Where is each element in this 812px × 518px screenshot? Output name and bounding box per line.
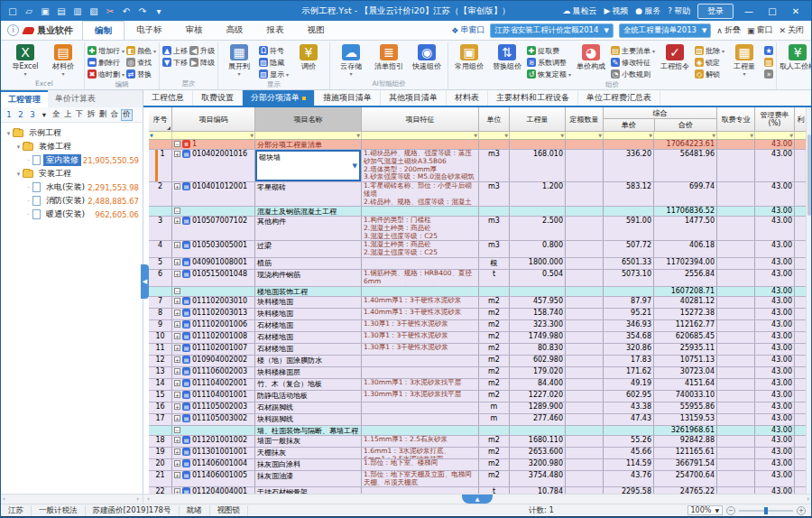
table-row[interactable]: 15+▤011104001001防静电活动地板1.30mm厚1：3水泥砂浆找平层… — [149, 391, 807, 402]
filter-cell-total[interactable]: ▼ — [654, 132, 717, 139]
show-button[interactable]: ▧显示▾ — [259, 69, 289, 79]
expand-icon[interactable]: + — [174, 460, 180, 467]
tree-node-室内装修[interactable]: ·室内装修21,905,550.59 — [1, 153, 143, 167]
table-row[interactable]: 11+▤011102001007石材楼地面1.30厚1：3干硬性水泥砂浆m280… — [149, 344, 807, 356]
table-row[interactable]: −墙、柱面装饰与隔断、幕墙工程3261968.6143.00 — [149, 426, 807, 436]
doc-tab-单位工程费汇总表[interactable]: 单位工程费汇总表 — [578, 90, 660, 106]
move-up-button[interactable]: ▲上移 — [162, 45, 188, 56]
menu-tab-高级[interactable]: 高级 — [215, 21, 255, 40]
replace-button[interactable]: ⇄替换 — [126, 69, 156, 79]
expand-icon[interactable]: + — [174, 333, 180, 339]
unlock-button[interactable]: ◇解锁 — [695, 69, 724, 79]
video-button[interactable]: ▶视频 — [604, 5, 628, 17]
doc-tab-其他项目清单[interactable]: 其他项目清单 — [381, 90, 447, 106]
table-row[interactable]: 12+▤010904002002楼（地）面涂膜防水m2602.98017.831… — [149, 356, 807, 367]
table-row[interactable]: 13+▤011106002003块料楼梯面层m2179.020171.62307… — [149, 367, 807, 379]
table-row[interactable]: 21+▤011406001005抹灰面油漆1.部位：地下室天棚及立面、电梯间天棚… — [149, 471, 807, 487]
tree-node-装修工程[interactable]: ▾装修工程 — [1, 140, 143, 153]
scroll-left-icon[interactable]: ‹ — [3, 495, 5, 503]
column-header-total[interactable]: 合价 — [654, 119, 716, 131]
expand-icon[interactable]: + — [174, 298, 180, 304]
export-image-icon[interactable]: ▤ — [55, 5, 68, 17]
add-row-button[interactable]: ✚增加行▾ — [88, 45, 125, 56]
tree-toolbar-下[interactable]: 下 — [74, 109, 85, 121]
export-excel-button[interactable]: X导Excel▾ — [7, 42, 43, 79]
menu-tab-视图[interactable]: 视图 — [296, 21, 337, 40]
zoom-in-button[interactable]: + — [797, 506, 806, 515]
quick-pricing-button[interactable]: ◉快速组价 — [409, 42, 445, 79]
minimize-button[interactable]: — — [741, 6, 757, 16]
expand-icon[interactable]: + — [174, 183, 180, 190]
filter-row[interactable]: ▼▼▼▼▼▼▼▼▼▼▼ — [149, 132, 807, 140]
tree-node-安装工程[interactable]: ▾安装工程 — [1, 167, 143, 180]
service-button[interactable]: ●服务 — [635, 5, 660, 17]
adjust-price-button[interactable]: ¥调价 — [291, 42, 327, 79]
list-standard-select[interactable]: 全统工程量清单2013▼ — [619, 23, 712, 38]
filter-cell-dqty[interactable]: ▼ — [566, 132, 604, 139]
extra-tool-3-icon[interactable]: » — [764, 69, 773, 79]
filter-cell-qty[interactable]: ▼ — [510, 132, 566, 139]
hide-button[interactable]: ▨隐藏 — [259, 57, 289, 68]
item-name-editor[interactable]: 砌块墙▼ — [255, 150, 361, 181]
quota-standard-select[interactable]: 江苏省安装工程计价定额2014▼ — [490, 23, 614, 38]
zoom-select[interactable]: 100%▼ — [687, 505, 724, 515]
filter-cell-price[interactable]: ▼ — [604, 132, 654, 139]
doc-tab-措施项目清单[interactable]: 措施项目清单 — [315, 90, 381, 106]
expand-icon[interactable]: + — [174, 403, 180, 410]
project-command-button[interactable]: ✓工程指令 — [657, 42, 693, 79]
menu-tab-审核[interactable]: 审核 — [174, 21, 215, 40]
tree-toolbar-▾[interactable]: ▾ — [39, 109, 50, 121]
table-row[interactable]: 14+▤011104002001竹、木（复合）地板1.30mm厚1：3水泥砂浆找… — [149, 379, 807, 391]
bottom-panel-expand-handle[interactable]: ▲ — [462, 495, 493, 504]
column-header-rate[interactable]: 管理费率(%) — [755, 107, 795, 132]
restore-quota-button[interactable]: ↺恢复定额▾ — [527, 69, 571, 79]
expand-icon[interactable]: + — [174, 217, 180, 224]
scroll-right-icon[interactable]: › — [807, 495, 809, 503]
column-header-qty[interactable]: 工程量 — [510, 107, 566, 132]
expand-icon[interactable]: + — [174, 310, 180, 316]
expand-icon[interactable]: + — [174, 242, 180, 248]
table-row[interactable]: 19+▤011301001001天棚抹灰1.6mm1：3水泥砂浆打底、6mm1：… — [149, 448, 807, 459]
move-down-button[interactable]: ▼下移 — [162, 57, 188, 68]
material-price-button[interactable]: ▤材料价▾ — [45, 42, 81, 79]
expand-icon[interactable]: + — [174, 449, 180, 455]
table-row[interactable]: 4+▤010503005001过梁1.混凝土种类：商品砼 2.混凝土强度等级：C… — [149, 241, 807, 258]
temp-delete-button[interactable]: ✖临时删▾ — [88, 69, 125, 79]
tree-node-消防(安装)[interactable]: ·消防(安装)2,488,885.67 — [1, 194, 143, 208]
table-row[interactable]: 17+▤011105003002块料踢脚线m277.46047.4313159.… — [149, 414, 807, 426]
table-row[interactable]: 5+▤040901008001植筋根1800.0006501.331170239… — [149, 258, 807, 270]
vertical-scrollbar-thumb[interactable] — [807, 134, 811, 216]
vertical-scrollbar[interactable] — [806, 107, 811, 494]
expand-icon[interactable]: + — [174, 259, 180, 265]
cut-icon[interactable]: ✂ — [104, 5, 116, 17]
table-row[interactable]: 10+▤011102001008石材楼地面1.30厚1：3干硬性水泥砂浆m217… — [149, 332, 807, 344]
redo-icon[interactable]: ↷ — [136, 5, 149, 17]
table-row[interactable]: −楼地面装饰工程1607208.7143.00 — [149, 287, 807, 297]
login-button[interactable]: 登录 — [697, 4, 734, 19]
zoom-slider-thumb[interactable] — [764, 507, 768, 514]
tree-toolbar-3[interactable]: 3 — [27, 109, 38, 121]
table-row[interactable]: 8+▤011102003013块料楼地面1.40mm厚1：3干硬性水泥砂浆m21… — [149, 309, 807, 320]
table-row[interactable]: 16+▤011105002003石材踢脚线m1289.90043.3855955… — [149, 402, 807, 414]
batch-remove-button[interactable]: ▨批除▾ — [695, 45, 724, 56]
table-row[interactable]: 6+▤010515001048现浇构件钢筋1.钢筋种类、规格：HRB400、直径… — [149, 270, 807, 287]
table-hscrollbar[interactable]: ‹ › ▲ — [143, 495, 811, 504]
maximize-button[interactable]: □ — [764, 6, 780, 16]
doc-tab-分部分项清单[interactable]: 分部分项清单 — [243, 90, 315, 106]
close-window-button[interactable]: ✕ — [788, 6, 804, 16]
copy-icon[interactable]: ▥ — [71, 5, 84, 17]
column-header-code[interactable]: 项目编码 — [172, 107, 255, 132]
find-button[interactable]: ◎查找 — [126, 57, 156, 68]
column-header-unit[interactable]: 单位 — [479, 107, 510, 132]
doc-tab-材料表[interactable]: 材料表 — [447, 90, 488, 106]
collapse-icon[interactable]: − — [174, 288, 180, 294]
panel-collapse-handle[interactable]: ◀ — [141, 264, 149, 299]
lock-button[interactable]: ◈锁定 — [695, 57, 724, 68]
collapse-icon[interactable]: − — [174, 141, 180, 147]
menu-tab-编制[interactable]: 编制 — [82, 21, 125, 40]
collapse-ribbon-button[interactable]: ∧折叠 — [716, 24, 741, 36]
table-row[interactable]: 9+▤011102001006石材楼地面1.30厚1：3干硬性水泥砂浆m2323… — [149, 320, 807, 332]
tree-toolbar-合[interactable]: 合 — [109, 109, 120, 121]
extra-tool-1-icon[interactable]: ★ — [764, 45, 773, 56]
extra-tool-2-icon[interactable]: ▥ — [764, 57, 773, 68]
